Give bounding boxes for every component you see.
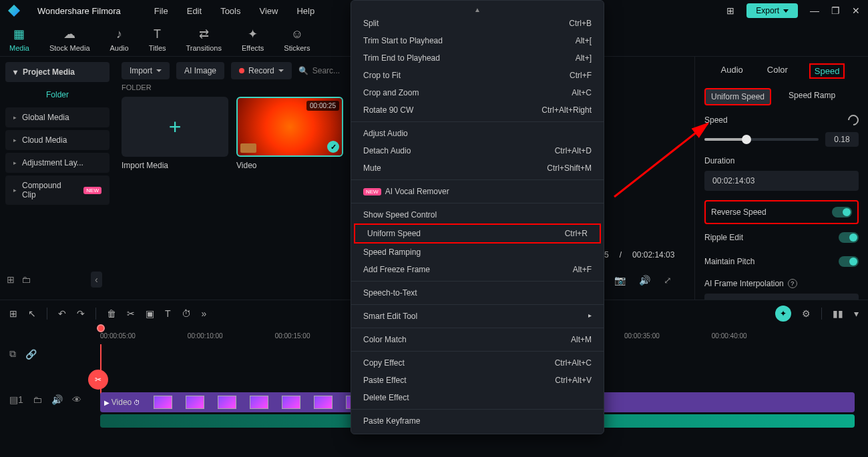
speed-value[interactable]: 0.18 [825,132,859,147]
cm-uniform-speed[interactable]: Uniform SpeedCtrl+R [354,223,601,244]
marker-icon[interactable]: ▮▮ [833,308,843,319]
reset-speed-icon[interactable] [846,113,861,128]
ripple-edit-label: Ripple Edit [704,233,743,242]
fullscreen-icon[interactable]: ⤢ [664,275,672,286]
sidebar-compound-clip[interactable]: ▸Compound ClipNEW [5,175,110,205]
tl-menu-icon[interactable]: ▾ [854,308,859,319]
cut-icon[interactable]: ✂ [127,308,135,319]
menu-help[interactable]: Help [296,6,314,16]
cm-detach-audio[interactable]: Detach AudioCtrl+Alt+D [351,142,604,159]
menu-tools[interactable]: Tools [220,6,240,16]
tab-effects[interactable]: ✦Effects [242,27,264,52]
record-dropdown[interactable]: Record [231,62,292,79]
scroll-up-icon[interactable]: ▲ [351,5,604,15]
export-button[interactable]: Export [746,3,798,18]
volume-icon[interactable]: 🔊 [639,275,650,286]
cm-crop-to-fit[interactable]: Crop to FitCtrl+F [351,67,604,84]
cm-smart-edit-tool[interactable]: Smart Edit Tool▸ [351,308,604,325]
speed-icon[interactable]: ⏱ [182,308,191,319]
caret-down-icon: ▾ [13,67,17,77]
camera-icon[interactable]: 📷 [614,275,626,286]
tl-cursor-icon[interactable]: ↖ [28,308,36,319]
tl-layout-icon[interactable]: ⊞ [9,308,17,319]
tl-copy-icon[interactable]: ⧉ [9,348,16,360]
preview-total-time: 00:02:14:03 [632,250,674,260]
help-icon[interactable]: ? [788,279,797,288]
cm-add-freeze-frame[interactable]: Add Freeze FrameAlt+F [351,261,604,278]
subtab-speed-ramp[interactable]: Speed Ramp [783,88,841,105]
tab-media[interactable]: ▦Media [9,27,29,52]
close-icon[interactable]: ✕ [852,5,860,16]
menu-file[interactable]: File [154,6,168,16]
cm-split[interactable]: SplitCtrl+B [351,15,604,32]
check-icon: ✓ [327,141,339,153]
cm-ai-vocal-remover[interactable]: NEWAI Vocal Remover [351,183,604,200]
ai-interpolation-label: AI Frame Interpolation [704,279,784,288]
sidebar-adjustment-layer[interactable]: ▸Adjustment Lay... [5,153,110,173]
import-media-item[interactable]: + Import Media [122,97,228,170]
maintain-pitch-toggle[interactable] [839,256,859,267]
track-lock-icon[interactable]: ▤1 [9,394,23,405]
delete-icon[interactable]: 🗑 [107,308,116,319]
redo-icon[interactable]: ↷ [77,308,85,319]
tab-stickers[interactable]: ☺Stickers [284,27,310,52]
new-folder-icon[interactable]: ⊞ [7,274,15,285]
ripple-edit-toggle[interactable] [839,232,859,243]
cm-rotate-90-cw[interactable]: Rotate 90 CWCtrl+Alt+Right [351,101,604,119]
ai-image-button[interactable]: AI Image [176,62,224,79]
cm-trim-end-to-playhead[interactable]: Trim End to PlayheadAlt+] [351,49,604,67]
track-eye-icon[interactable]: 👁 [72,394,81,405]
more-icon[interactable]: » [202,308,207,319]
cm-copy-effect[interactable]: Copy EffectCtrl+Alt+C [351,354,604,372]
rp-tab-speed[interactable]: Speed [809,63,845,79]
cm-speech-to-text[interactable]: Speech-to-Text [351,284,604,302]
track-mute-icon[interactable]: 🔊 [51,394,63,405]
subtab-uniform-speed[interactable]: Uniform Speed [704,88,771,105]
track-folder-icon[interactable]: 🗀 [33,394,42,405]
playhead-marker[interactable] [97,324,105,332]
collapse-icon[interactable]: ‹ [91,272,102,288]
rp-tab-audio[interactable]: Audio [718,63,746,79]
settings-icon[interactable]: ⚙ [802,308,811,319]
video-media-item[interactable]: 00:00:25 ✓ Video [236,97,343,170]
duration-field[interactable]: 00:02:14:03 [704,171,859,191]
maintain-pitch-label: Maintain Pitch [704,257,754,266]
rp-tab-color[interactable]: Color [765,63,791,79]
speed-slider[interactable] [704,138,819,141]
speed-label: Speed [704,115,728,125]
import-dropdown[interactable]: Import [122,62,170,79]
cm-speed-ramping[interactable]: Speed Ramping [351,244,604,261]
project-media-header[interactable]: ▾ Project Media [5,62,110,82]
cm-mute[interactable]: MuteCtrl+Shift+M [351,159,604,177]
search-input[interactable]: 🔍 [298,66,346,75]
sidebar-global-media[interactable]: ▸Global Media [5,107,110,127]
tab-audio[interactable]: ♪Audio [110,27,129,52]
crop-icon[interactable]: ▣ [146,308,154,319]
folder-tab[interactable]: Folder [5,82,110,107]
layout-grid-icon[interactable]: ⊞ [726,5,734,16]
cm-trim-start-to-playhead[interactable]: Trim Start to PlayheadAlt+[ [351,32,604,49]
ai-button[interactable]: ✦ [775,306,791,322]
text-icon[interactable]: T [165,308,171,319]
menu-edit[interactable]: Edit [187,6,202,16]
tab-stock-media[interactable]: ☁Stock Media [49,27,90,52]
minimize-icon[interactable]: — [810,5,819,16]
reverse-speed-toggle[interactable] [832,207,852,217]
undo-icon[interactable]: ↶ [58,308,66,319]
cm-crop-and-zoom[interactable]: Crop and ZoomAlt+C [351,84,604,101]
cm-adjust-audio[interactable]: Adjust Audio [351,125,604,142]
menu-view[interactable]: View [259,6,278,16]
tl-link-icon[interactable]: 🔗 [25,349,37,360]
search-field[interactable] [312,66,346,75]
folder-icon[interactable]: 🗀 [21,274,31,285]
sidebar-cloud-media[interactable]: ▸Cloud Media [5,130,110,150]
cm-color-match[interactable]: Color MatchAlt+M [351,331,604,348]
search-icon: 🔍 [298,66,308,75]
cm-delete-effect[interactable]: Delete Effect [351,389,604,406]
maximize-icon[interactable]: ❐ [831,5,840,16]
split-button[interactable]: ✂ [88,370,108,390]
duration-badge: 00:00:25 [306,101,339,111]
new-badge: NEW [83,187,101,194]
tab-titles[interactable]: TTitles [149,27,166,52]
tab-transitions[interactable]: ⇄Transitions [186,27,222,52]
